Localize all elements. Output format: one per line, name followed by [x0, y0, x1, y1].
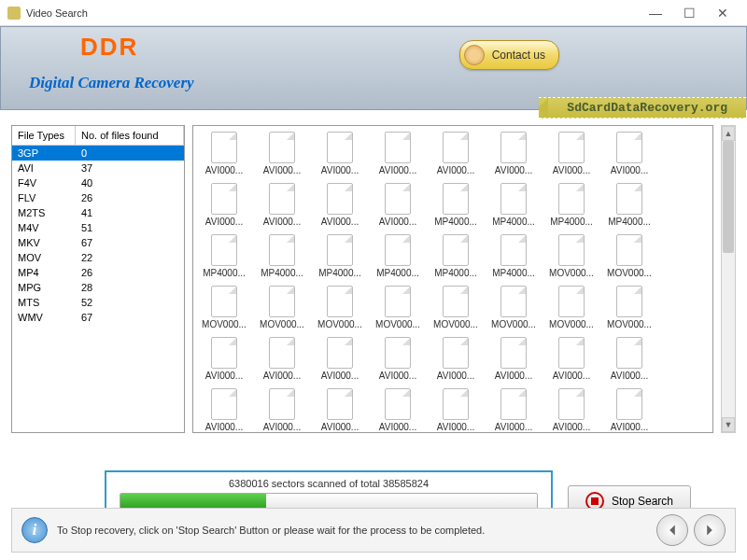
file-count-cell: 0 [76, 146, 184, 161]
file-icon [327, 388, 353, 420]
file-item[interactable]: AVI000... [315, 132, 365, 175]
file-item[interactable]: MOV000... [257, 286, 307, 329]
file-label: MP4000... [604, 217, 655, 227]
file-item[interactable]: MP4000... [373, 234, 423, 278]
progress-text: 6380016 sectors scanned of total 3858582… [120, 478, 538, 489]
file-icon [211, 286, 237, 317]
file-count-cell: 28 [76, 280, 184, 295]
scroll-down-icon[interactable]: ▼ [722, 417, 735, 432]
file-count-cell: 22 [76, 250, 184, 265]
table-row[interactable]: 3GP0 [12, 146, 184, 161]
file-label: MP4000... [315, 268, 365, 278]
footer: i To Stop recovery, click on 'Stop Searc… [11, 508, 736, 553]
file-item[interactable]: AVI000... [315, 183, 365, 227]
file-type-cell: MP4 [12, 265, 76, 280]
table-row[interactable]: WMV67 [12, 310, 184, 325]
table-row[interactable]: MPG28 [12, 280, 184, 295]
file-item[interactable]: AVI000... [373, 337, 423, 381]
file-item[interactable]: AVI000... [604, 132, 655, 175]
file-icon [385, 286, 411, 317]
back-button[interactable] [656, 514, 688, 546]
col-count[interactable]: No. of files found [76, 126, 184, 145]
table-row[interactable]: MP426 [12, 265, 184, 280]
file-label: MOV000... [488, 319, 539, 329]
file-label: MP4000... [488, 217, 539, 227]
file-item[interactable]: AVI000... [199, 132, 249, 175]
file-item[interactable]: MOV000... [430, 286, 481, 329]
file-item[interactable]: MOV000... [604, 286, 655, 329]
file-icon [211, 132, 237, 163]
table-row[interactable]: M4V51 [12, 220, 184, 235]
file-icon [211, 388, 237, 420]
file-item[interactable]: AVI000... [257, 183, 307, 227]
table-row[interactable]: F4V40 [12, 175, 184, 190]
file-item[interactable]: AVI000... [430, 337, 481, 381]
file-item[interactable]: MP4000... [315, 234, 365, 278]
file-item[interactable]: MOV000... [199, 286, 249, 329]
file-item[interactable]: MP4000... [430, 183, 481, 227]
file-grid-scrollbar[interactable]: ▲ ▼ [721, 125, 736, 433]
file-item[interactable]: MOV000... [315, 286, 365, 329]
file-label: AVI000... [257, 371, 307, 381]
file-label: MOV000... [315, 319, 365, 329]
file-item[interactable]: AVI000... [257, 132, 307, 175]
file-item[interactable]: MOV000... [546, 286, 597, 329]
table-row[interactable]: FLV26 [12, 190, 184, 205]
footer-text: To Stop recovery, click on 'Stop Search'… [57, 525, 647, 536]
contact-button[interactable]: Contact us [459, 40, 559, 70]
file-item[interactable]: MP4000... [257, 234, 307, 278]
file-item[interactable]: MP4000... [199, 234, 249, 278]
table-row[interactable]: AVI37 [12, 161, 184, 175]
file-item[interactable]: AVI000... [604, 388, 655, 432]
forward-button[interactable] [694, 514, 726, 546]
file-item[interactable]: AVI000... [199, 388, 249, 432]
file-item[interactable]: AVI000... [488, 132, 539, 175]
file-icon [443, 183, 469, 215]
file-item[interactable]: AVI000... [257, 337, 307, 381]
table-row[interactable]: MKV67 [12, 235, 184, 250]
file-item[interactable]: MOV000... [604, 234, 655, 278]
file-icon [269, 234, 295, 266]
file-item[interactable]: MP4000... [488, 183, 539, 227]
file-item[interactable]: AVI000... [488, 388, 539, 432]
col-file-types[interactable]: File Types [12, 126, 76, 145]
file-item[interactable]: AVI000... [430, 388, 481, 432]
file-grid[interactable]: AVI000...AVI000...AVI000...AVI000...AVI0… [192, 125, 713, 433]
scroll-up-icon[interactable]: ▲ [722, 126, 735, 141]
minimize-button[interactable]: — [639, 1, 672, 25]
file-item[interactable]: MP4000... [546, 183, 597, 227]
file-item[interactable]: MOV000... [373, 286, 423, 329]
file-item[interactable]: AVI000... [546, 388, 597, 432]
file-label: AVI000... [199, 422, 249, 432]
file-item[interactable]: AVI000... [373, 132, 423, 175]
file-item[interactable]: AVI000... [199, 183, 249, 227]
scrollbar-thumb[interactable] [723, 141, 734, 253]
app-icon [7, 7, 21, 20]
table-row[interactable]: M2TS41 [12, 205, 184, 220]
file-item[interactable]: AVI000... [604, 337, 655, 381]
file-item[interactable]: MOV000... [488, 286, 539, 329]
file-item[interactable]: MP4000... [604, 183, 655, 227]
file-item[interactable]: AVI000... [373, 388, 423, 432]
file-item[interactable]: AVI000... [373, 183, 423, 227]
file-item[interactable]: AVI000... [546, 132, 597, 175]
file-icon [269, 286, 295, 317]
table-row[interactable]: MTS52 [12, 295, 184, 310]
file-icon [385, 234, 411, 266]
close-button[interactable]: ✕ [706, 1, 740, 25]
file-item[interactable]: AVI000... [546, 337, 597, 381]
file-type-cell: AVI [12, 161, 76, 175]
file-label: MP4000... [257, 268, 307, 278]
progress-fill [120, 494, 266, 509]
file-item[interactable]: AVI000... [257, 388, 307, 432]
file-item[interactable]: AVI000... [199, 337, 249, 381]
file-item[interactable]: AVI000... [488, 337, 539, 381]
table-row[interactable]: MOV22 [12, 250, 184, 265]
file-item[interactable]: MP4000... [488, 234, 539, 278]
file-item[interactable]: MOV000... [546, 234, 597, 278]
file-item[interactable]: MP4000... [430, 234, 481, 278]
file-item[interactable]: AVI000... [315, 337, 365, 381]
maximize-button[interactable]: ☐ [672, 1, 706, 25]
file-item[interactable]: AVI000... [315, 388, 365, 432]
file-item[interactable]: AVI000... [430, 132, 481, 175]
